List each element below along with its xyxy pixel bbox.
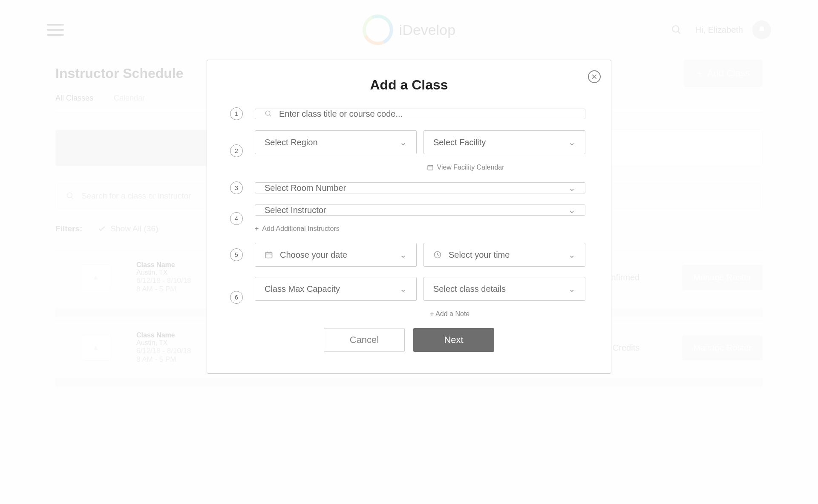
search-icon: [265, 110, 272, 118]
region-select[interactable]: Select Region ⌄: [255, 130, 417, 154]
facility-select[interactable]: Select Facility ⌄: [423, 130, 585, 154]
add-note-link[interactable]: + Add a Note: [430, 310, 469, 318]
chevron-down-icon: ⌄: [568, 183, 576, 193]
svg-line-18: [438, 255, 439, 256]
chevron-down-icon: ⌄: [568, 205, 576, 215]
svg-rect-12: [266, 252, 272, 258]
chevron-down-icon: ⌄: [400, 137, 407, 147]
time-select[interactable]: Select your time ⌄: [423, 243, 585, 267]
svg-point-6: [265, 111, 270, 115]
add-additional-instructors-link[interactable]: Add Additional Instructors: [262, 225, 339, 233]
step-number: 4: [230, 212, 243, 225]
clock-icon: [433, 251, 442, 259]
chevron-down-icon: ⌄: [400, 250, 407, 260]
close-icon: [591, 74, 597, 80]
svg-rect-8: [428, 165, 433, 170]
class-details-select[interactable]: Select class details ⌄: [423, 277, 585, 301]
step-number: 3: [230, 181, 243, 194]
chevron-down-icon: ⌄: [568, 284, 576, 294]
step-number: 2: [230, 144, 243, 157]
close-button[interactable]: [588, 70, 601, 83]
chevron-down-icon: ⌄: [568, 250, 576, 260]
view-facility-calendar-link[interactable]: View Facility Calendar: [437, 164, 504, 171]
date-select[interactable]: Choose your date ⌄: [255, 243, 417, 267]
modal-overlay: Add a Class 1 Enter class title or cours…: [0, 0, 818, 504]
instructor-select[interactable]: Select Instructor ⌄: [255, 204, 585, 216]
step-number: 5: [230, 248, 243, 261]
capacity-select[interactable]: Class Max Capacity ⌄: [255, 277, 417, 301]
step-number: 1: [230, 107, 243, 120]
next-button[interactable]: Next: [413, 328, 494, 352]
cancel-button[interactable]: Cancel: [324, 328, 405, 352]
calendar-icon: [427, 164, 434, 171]
class-title-placeholder: Enter class title or course code...: [279, 109, 403, 119]
plus-icon: +: [255, 225, 259, 233]
calendar-icon: [265, 251, 273, 259]
chevron-down-icon: ⌄: [568, 137, 576, 147]
modal-title: Add a Class: [233, 77, 585, 93]
class-title-input[interactable]: Enter class title or course code...: [255, 109, 585, 119]
room-select[interactable]: Select Room Number ⌄: [255, 182, 585, 193]
chevron-down-icon: ⌄: [400, 284, 407, 294]
step-number: 6: [230, 291, 243, 304]
add-class-modal: Add a Class 1 Enter class title or cours…: [207, 60, 611, 374]
svg-line-7: [269, 115, 271, 116]
